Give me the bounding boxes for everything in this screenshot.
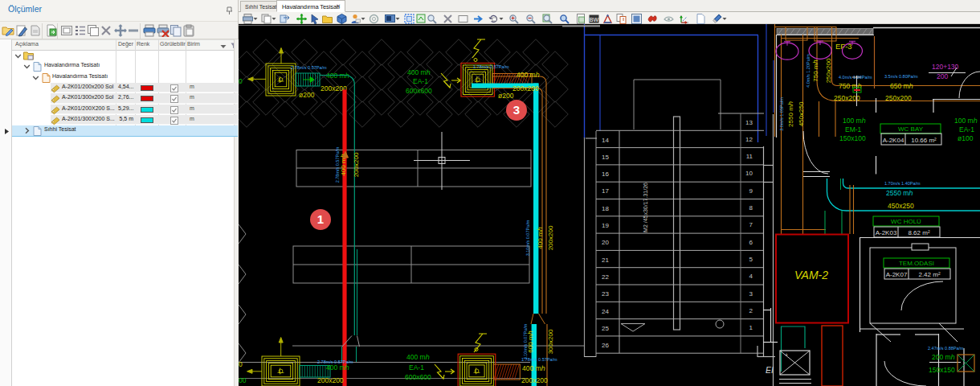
svg-text:1.78m/s 0.57Pa/m: 1.78m/s 0.57Pa/m xyxy=(521,357,557,362)
svg-text:2.78m/s 0.57Pa/m: 2.78m/s 0.57Pa/m xyxy=(291,65,327,70)
svg-text:EF-3: EF-3 xyxy=(835,42,852,51)
svg-text:10: 10 xyxy=(745,170,753,177)
svg-text:2550 mℎ: 2550 mℎ xyxy=(787,101,794,127)
svg-text:400 mℎ: 400 mℎ xyxy=(406,353,430,361)
svg-text:200: 200 xyxy=(937,72,948,80)
svg-text:21: 21 xyxy=(602,257,609,264)
svg-text:200x200: 200x200 xyxy=(317,376,344,384)
svg-text:2.47m/s 0.88Pa/m: 2.47m/s 0.88Pa/m xyxy=(928,346,964,351)
svg-text:300x200: 300x200 xyxy=(547,329,554,354)
svg-text:A-2K04: A-2K04 xyxy=(883,137,904,144)
svg-text:120+130: 120+130 xyxy=(932,63,959,71)
svg-text:3.10m/s 0.07Pa/m: 3.10m/s 0.07Pa/m xyxy=(525,220,530,256)
svg-text:2: 2 xyxy=(749,307,753,314)
svg-text:16: 16 xyxy=(602,170,609,178)
svg-text:ø100: ø100 xyxy=(958,134,974,142)
svg-text:25: 25 xyxy=(602,325,609,332)
svg-text:1: 1 xyxy=(317,212,324,226)
svg-text:150x100: 150x100 xyxy=(839,134,866,142)
svg-text:18: 18 xyxy=(602,205,609,212)
svg-text:3.0m/s 1.05Pa/m: 3.0m/s 1.05Pa/m xyxy=(779,97,784,131)
svg-text:400 mℎ: 400 mℎ xyxy=(407,68,431,76)
svg-text:250x200: 250x200 xyxy=(885,94,912,102)
svg-text:400 mℎ: 400 mℎ xyxy=(517,71,540,79)
svg-text:400 mℎ: 400 mℎ xyxy=(326,363,349,372)
svg-text:600x600: 600x600 xyxy=(405,373,431,381)
svg-text:2.78m/s 0.57Pa/m: 2.78m/s 0.57Pa/m xyxy=(335,146,340,183)
svg-text:250x200: 250x200 xyxy=(825,58,832,83)
svg-text:8: 8 xyxy=(749,204,753,211)
svg-text:12: 12 xyxy=(745,136,753,143)
svg-text:TEM.ODASI: TEM.ODASI xyxy=(899,260,934,267)
svg-text:VAM-2: VAM-2 xyxy=(794,269,828,281)
svg-text:A-2K03: A-2K03 xyxy=(876,229,897,236)
svg-text:+: + xyxy=(785,352,788,358)
svg-text:WC BAY: WC BAY xyxy=(898,125,924,133)
svg-text:5: 5 xyxy=(749,256,753,263)
svg-text:14: 14 xyxy=(602,137,609,144)
svg-text:200 mℎ: 200 mℎ xyxy=(932,353,955,361)
svg-text:ø200: ø200 xyxy=(299,91,315,99)
svg-text:200x200: 200x200 xyxy=(512,84,539,92)
svg-text:200x200: 200x200 xyxy=(353,152,360,177)
svg-text:0: 0 xyxy=(239,77,243,85)
svg-text:100 mℎ: 100 mℎ xyxy=(954,117,978,125)
svg-text:1.70m/s 1.40Pa/m: 1.70m/s 1.40Pa/m xyxy=(884,181,921,186)
svg-text:4: 4 xyxy=(749,273,753,280)
svg-text:400 mℎ: 400 mℎ xyxy=(522,364,545,372)
svg-text:600x600: 600x600 xyxy=(406,87,432,95)
svg-text:2550 mℎ: 2550 mℎ xyxy=(886,189,913,197)
svg-text:200x200: 200x200 xyxy=(547,225,554,250)
svg-text:450x250: 450x250 xyxy=(798,101,805,126)
svg-text:EI: EI xyxy=(766,365,774,375)
svg-text:9: 9 xyxy=(749,187,753,195)
svg-text:100 mℎ: 100 mℎ xyxy=(843,117,866,125)
svg-text:ø200: ø200 xyxy=(498,92,514,100)
svg-text:150x150: 150x150 xyxy=(929,366,955,374)
svg-text:WC HOLÜ: WC HOLÜ xyxy=(891,218,921,225)
svg-text:400 mℎ: 400 mℎ xyxy=(537,227,544,248)
svg-text:15: 15 xyxy=(602,154,609,161)
svg-text:00: 00 xyxy=(239,376,247,384)
svg-text:20: 20 xyxy=(602,239,609,246)
svg-text:EM-1: EM-1 xyxy=(845,125,862,133)
svg-text:17: 17 xyxy=(602,187,609,195)
svg-text:EA-1: EA-1 xyxy=(959,125,974,133)
svg-text:19: 19 xyxy=(602,222,609,229)
svg-text:650 mℎ: 650 mℎ xyxy=(890,82,913,90)
svg-text:600 mℎ: 600 mℎ xyxy=(527,331,534,352)
svg-text:2.42 m²: 2.42 m² xyxy=(918,271,940,278)
svg-text:250x200: 250x200 xyxy=(834,94,860,102)
svg-text:24: 24 xyxy=(602,308,609,315)
svg-text:22: 22 xyxy=(602,273,609,281)
svg-text:450x250: 450x250 xyxy=(888,202,914,210)
svg-text:3: 3 xyxy=(513,103,520,117)
svg-text:M2 /45x30/17.31/26: M2 /45x30/17.31/26 xyxy=(643,183,648,232)
svg-text:3: 3 xyxy=(749,290,753,298)
svg-text:26: 26 xyxy=(602,342,609,349)
svg-text:EA-1: EA-1 xyxy=(409,363,424,372)
svg-text:4.0m/s 1.20Pa/m: 4.0m/s 1.20Pa/m xyxy=(806,54,811,88)
svg-text:10.66 m²: 10.66 m² xyxy=(911,137,937,144)
svg-text:200x200: 200x200 xyxy=(521,376,548,384)
svg-text:7: 7 xyxy=(749,221,753,228)
svg-text:1: 1 xyxy=(749,324,753,331)
svg-text:EA-1: EA-1 xyxy=(413,77,428,85)
svg-text:23: 23 xyxy=(602,290,609,298)
svg-text:11: 11 xyxy=(746,153,753,160)
svg-text:3.5m/s 0.80Pa/m: 3.5m/s 0.80Pa/m xyxy=(884,74,918,79)
svg-text:6: 6 xyxy=(749,239,753,246)
svg-text:A-2K07: A-2K07 xyxy=(886,271,908,278)
svg-text:750 mℎ: 750 mℎ xyxy=(839,82,862,90)
svg-text:13: 13 xyxy=(745,119,753,126)
svg-text:8.62 m²: 8.62 m² xyxy=(908,229,929,236)
svg-text:0: 0 xyxy=(239,360,243,368)
svg-text:750 mℎ: 750 mℎ xyxy=(812,60,819,81)
svg-text:1.78m/s 0.57Pa/m: 1.78m/s 0.57Pa/m xyxy=(473,64,509,69)
